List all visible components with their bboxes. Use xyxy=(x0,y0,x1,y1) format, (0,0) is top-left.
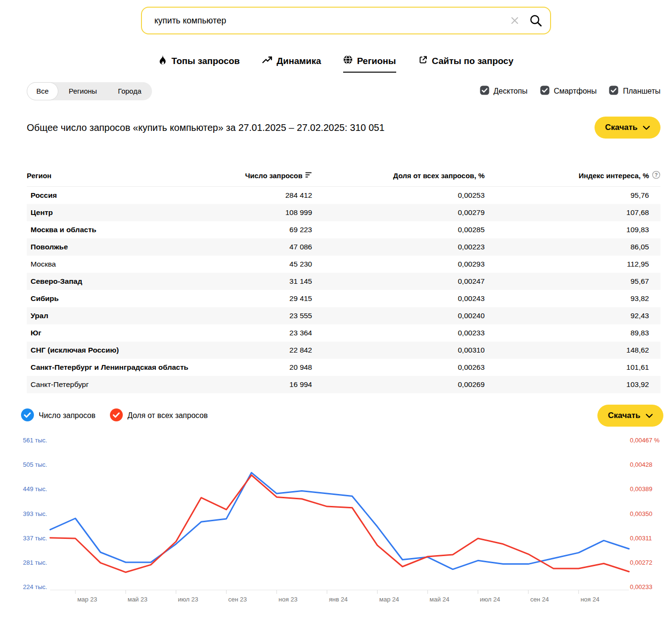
x-axis-label: май 23 xyxy=(128,596,148,603)
tab-top-queries[interactable]: Топы запросов xyxy=(158,54,240,73)
device-checkbox-smartphones[interactable]: Смартфоны xyxy=(540,86,597,97)
download-button[interactable]: Скачать xyxy=(595,117,660,139)
chevron-down-icon xyxy=(643,123,650,132)
share-cell: 0,00223 xyxy=(312,238,485,256)
device-label: Планшеты xyxy=(623,87,660,96)
index-cell: 95,76 xyxy=(485,187,660,204)
x-axis-label: июл 24 xyxy=(480,596,500,603)
device-label: Десктопы xyxy=(494,87,528,96)
table-row: Санкт-Петербург16 9940,00269103,92 xyxy=(27,376,660,393)
index-cell: 148,62 xyxy=(485,342,660,359)
segment-all[interactable]: Все xyxy=(27,82,58,100)
share-cell: 0,00253 xyxy=(312,187,485,204)
region-cell: Москва и область xyxy=(27,221,223,238)
queries-cell: 284 412 xyxy=(223,187,312,204)
x-axis-label: мар 23 xyxy=(77,596,97,603)
tab-regions[interactable]: Регионы xyxy=(343,54,396,73)
help-icon[interactable]: ? xyxy=(652,171,660,181)
right-axis-label: 0,00272 xyxy=(630,558,652,566)
share-cell: 0,00293 xyxy=(312,256,485,273)
column-share: Доля от всех запросов, % xyxy=(312,165,485,187)
globe-icon xyxy=(343,55,353,67)
x-axis-label: ноя 24 xyxy=(581,596,600,603)
flame-icon xyxy=(158,54,167,67)
scope-segmented-control: Все Регионы Города xyxy=(27,82,152,100)
left-axis-label: 224 тыс. xyxy=(23,583,47,590)
table-row: Поволжье47 0860,0022386,05 xyxy=(27,238,660,256)
index-cell: 101,61 xyxy=(485,359,660,376)
index-cell: 93,82 xyxy=(485,290,660,307)
queries-cell: 22 842 xyxy=(223,342,312,359)
tab-label: Регионы xyxy=(357,56,396,66)
left-axis-label: 393 тыс. xyxy=(23,510,47,517)
queries-cell: 23 555 xyxy=(223,307,312,324)
region-cell: Северо-Запад xyxy=(27,273,223,290)
index-cell: 103,92 xyxy=(485,376,660,393)
region-cell: Юг xyxy=(27,324,223,342)
table-row: Санкт-Петербург и Ленинградская область2… xyxy=(27,359,660,376)
tab-label: Динамика xyxy=(277,56,321,66)
summary-row: Общее число запросов «купить компьютер» … xyxy=(0,117,671,139)
search-icon[interactable] xyxy=(525,10,546,31)
table-row: Юг23 3640,0023389,83 xyxy=(27,324,660,342)
queries-cell: 47 086 xyxy=(223,238,312,256)
left-axis-label: 281 тыс. xyxy=(23,558,47,566)
filter-row: Все Регионы Города Десктопы Смартфоны Пл… xyxy=(0,82,671,100)
column-queries[interactable]: Число запросов xyxy=(223,165,312,187)
region-cell: Поволжье xyxy=(27,238,223,256)
region-cell: Москва xyxy=(27,256,223,273)
x-axis-label: ноя 23 xyxy=(279,596,298,603)
search-input-box[interactable]: купить компьютер xyxy=(141,7,551,34)
checkbox-checked-icon xyxy=(480,86,489,97)
share-cell: 0,00247 xyxy=(312,273,485,290)
share-cell: 0,00269 xyxy=(312,376,485,393)
table-row: Центр108 9990,00279107,68 xyxy=(27,204,660,221)
red-check-icon xyxy=(110,408,123,423)
trend-icon xyxy=(262,55,272,67)
table-row: Россия284 4120,0025395,76 xyxy=(27,187,660,204)
left-axis-label: 561 тыс. xyxy=(23,437,47,444)
tab-label: Топы запросов xyxy=(172,56,240,66)
device-checkbox-tablets[interactable]: Планшеты xyxy=(609,86,660,97)
svg-text:?: ? xyxy=(655,172,658,178)
segment-cities[interactable]: Города xyxy=(108,82,152,100)
right-axis-label: 0,00311 xyxy=(630,534,652,541)
queries-cell: 108 999 xyxy=(223,204,312,221)
tab-dynamics[interactable]: Динамика xyxy=(262,54,321,73)
total-queries-heading: Общее число запросов «купить компьютер» … xyxy=(27,122,385,133)
x-axis-label: май 24 xyxy=(430,596,450,603)
legend-item-queries[interactable]: Число запросов xyxy=(21,408,96,423)
tabs-bar: Топы запросов Динамика Регионы Сайты по … xyxy=(0,54,671,73)
index-cell: 112,95 xyxy=(485,256,660,273)
share-cell: 0,00233 xyxy=(312,324,485,342)
download-button-label: Скачать xyxy=(608,411,640,420)
tab-sites[interactable]: Сайты по запросу xyxy=(418,54,514,73)
x-axis-label: сен 24 xyxy=(530,596,549,603)
segment-regions[interactable]: Регионы xyxy=(58,82,108,100)
legend-item-share[interactable]: Доля от всех запросов xyxy=(110,408,208,423)
search-input[interactable]: купить компьютер xyxy=(142,16,504,26)
region-table-body: Россия284 4120,0025395,76Центр108 9990,0… xyxy=(27,187,660,394)
legend-label: Число запросов xyxy=(39,411,96,420)
table-row: Москва и область69 2230,00285109,83 xyxy=(27,221,660,238)
download-chart-button[interactable]: Скачать xyxy=(597,405,663,427)
device-checkbox-desktops[interactable]: Десктопы xyxy=(480,86,528,97)
region-cell: Россия xyxy=(27,187,223,204)
right-axis-label: 0,00428 xyxy=(630,461,652,468)
column-interest-index: Индекс интереса, % ? xyxy=(485,165,660,187)
index-cell: 109,83 xyxy=(485,221,660,238)
queries-cell: 29 415 xyxy=(223,290,312,307)
region-cell: СНГ (исключая Россию) xyxy=(27,342,223,359)
column-region: Регион xyxy=(27,165,223,187)
blue-check-icon xyxy=(21,408,34,423)
share-cell: 0,00285 xyxy=(312,221,485,238)
region-cell: Урал xyxy=(27,307,223,324)
right-axis-label: 0,00350 xyxy=(630,510,652,517)
index-cell: 107,68 xyxy=(485,204,660,221)
clear-icon[interactable] xyxy=(504,10,525,31)
share-cell: 0,00310 xyxy=(312,342,485,359)
table-row: СНГ (исключая Россию)22 8420,00310148,62 xyxy=(27,342,660,359)
region-cell: Санкт-Петербург xyxy=(27,376,223,393)
chevron-down-icon xyxy=(646,411,653,420)
region-cell: Санкт-Петербург и Ленинградская область xyxy=(27,359,223,376)
